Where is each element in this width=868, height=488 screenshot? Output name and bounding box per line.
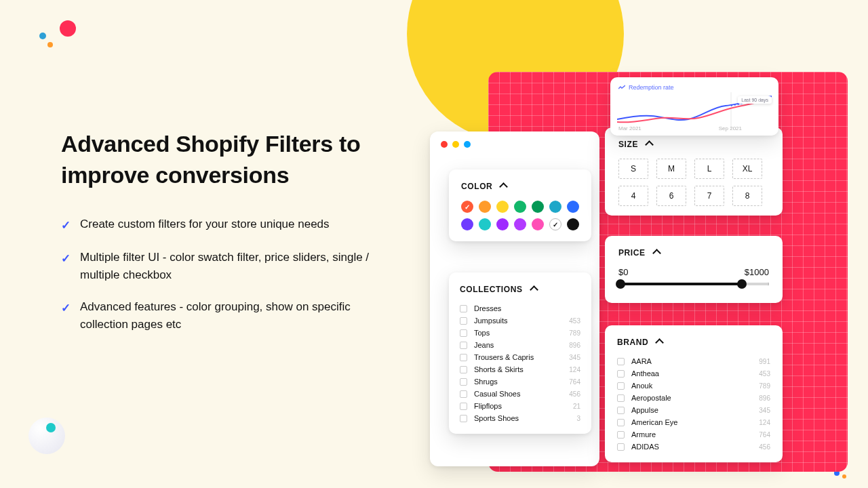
checkbox[interactable] — [617, 419, 625, 426]
slider-handle-min[interactable] — [616, 279, 625, 289]
list-item[interactable]: ADIDAS456 — [617, 441, 770, 453]
list-item[interactable]: Anouk789 — [617, 380, 770, 392]
color-swatch[interactable] — [549, 218, 561, 230]
minimize-icon — [452, 141, 459, 148]
color-swatch[interactable] — [496, 218, 509, 230]
slider-handle-max[interactable] — [737, 279, 747, 289]
checkbox[interactable] — [617, 382, 625, 390]
list-item-label: Dresses — [474, 304, 501, 312]
list-item[interactable]: Sports Shoes3 — [460, 412, 580, 424]
checkbox[interactable] — [617, 443, 625, 451]
list-item-count: 456 — [569, 390, 580, 398]
headline: Advanced Shopify Filters to improve conv… — [61, 129, 387, 191]
checkbox[interactable] — [617, 358, 625, 365]
checkbox[interactable] — [617, 407, 625, 414]
list-item-count: 453 — [569, 317, 580, 325]
checkbox[interactable] — [460, 317, 467, 325]
list-item[interactable]: Shrugs764 — [460, 375, 580, 388]
list-item-label: Casual Shoes — [474, 390, 521, 398]
color-swatch[interactable] — [567, 218, 579, 230]
color-swatch[interactable] — [514, 201, 526, 213]
list-item-label: Shorts & Skirts — [474, 365, 524, 373]
decor-dot — [47, 42, 53, 47]
filter-title-size[interactable]: SIZE — [618, 140, 769, 149]
checkbox[interactable] — [617, 431, 625, 439]
list-item-count: 3 — [576, 415, 580, 422]
list-item[interactable]: Flipflops21 — [460, 400, 580, 412]
list-item-label: Aeropostale — [631, 394, 671, 402]
filter-title-color[interactable]: COLOR — [461, 182, 579, 191]
color-swatch[interactable] — [514, 218, 526, 230]
list-item[interactable]: Dresses — [460, 302, 580, 314]
chart-xlabel-left: Mar 2021 — [618, 125, 642, 131]
list-item[interactable]: Shorts & Skirts124 — [460, 363, 580, 375]
checkbox[interactable] — [460, 329, 467, 337]
list-item-label: Sports Shoes — [474, 414, 519, 422]
checkbox[interactable] — [617, 370, 625, 378]
color-swatch[interactable] — [567, 201, 579, 213]
color-swatch[interactable] — [479, 201, 491, 213]
color-swatch[interactable] — [532, 201, 544, 213]
list-item-count: 789 — [569, 329, 580, 337]
checkbox[interactable] — [460, 390, 467, 398]
filter-title-collections[interactable]: COLLECTIONS — [460, 285, 580, 294]
filter-collections-card: COLLECTIONS DressesJumpsuits453Tops789Je… — [449, 272, 591, 434]
size-option[interactable]: XL — [732, 159, 762, 179]
list-item[interactable]: Armure764 — [617, 428, 770, 441]
color-swatch[interactable] — [549, 201, 561, 213]
size-option[interactable]: M — [656, 159, 686, 179]
price-max: $1000 — [745, 267, 769, 277]
size-option[interactable]: 8 — [732, 186, 762, 206]
color-swatch[interactable] — [461, 201, 473, 213]
list-item[interactable]: Jeans896 — [460, 339, 580, 351]
filter-title-price[interactable]: PRICE — [618, 248, 769, 258]
color-swatch[interactable] — [461, 218, 473, 230]
chart-range-badge: Last 90 days — [738, 96, 772, 104]
list-item[interactable]: Antheaa453 — [617, 367, 770, 380]
color-swatch[interactable] — [496, 201, 509, 213]
list-item-count: 345 — [569, 354, 580, 361]
list-item[interactable]: Aeropostale896 — [617, 392, 770, 404]
decor-dot — [842, 474, 846, 479]
checkbox[interactable] — [460, 415, 467, 422]
list-item-label: American Eye — [631, 418, 677, 426]
checkbox[interactable] — [460, 378, 467, 386]
size-option[interactable]: 7 — [694, 186, 724, 206]
list-item[interactable]: AARA991 — [617, 355, 770, 367]
list-item[interactable]: Tops789 — [460, 327, 580, 339]
marketing-copy: Advanced Shopify Filters to improve conv… — [61, 129, 387, 348]
price-min: $0 — [618, 267, 628, 277]
check-icon: ✓ — [61, 250, 71, 283]
checkbox[interactable] — [460, 342, 467, 349]
size-option[interactable]: S — [618, 159, 648, 179]
filter-size-card: SIZE SMLXL 4678 — [605, 127, 783, 216]
sparkline-icon — [618, 85, 625, 90]
size-option[interactable]: L — [694, 159, 724, 179]
list-item-label: Antheaa — [631, 369, 659, 378]
filter-title-brand[interactable]: BRAND — [617, 338, 770, 347]
size-option[interactable]: 6 — [656, 186, 686, 206]
list-item[interactable]: American Eye124 — [617, 416, 770, 428]
list-item-count: 345 — [759, 407, 770, 414]
list-item[interactable]: Casual Shoes456 — [460, 388, 580, 400]
list-item[interactable]: Appulse345 — [617, 404, 770, 416]
list-item[interactable]: Jumpsuits453 — [460, 314, 580, 327]
color-swatch[interactable] — [479, 218, 491, 230]
maximize-icon — [464, 141, 471, 148]
size-option[interactable]: 4 — [618, 186, 648, 206]
list-item-label: Shrugs — [474, 378, 498, 386]
checkbox[interactable] — [460, 354, 467, 361]
color-swatch[interactable] — [532, 218, 544, 230]
window-traffic-lights — [430, 131, 599, 157]
list-item-count: 124 — [759, 419, 770, 426]
bullet-item: ✓Multiple filter UI - color swatch filte… — [61, 249, 387, 283]
checkbox[interactable] — [460, 305, 467, 312]
checkbox[interactable] — [460, 403, 467, 410]
list-item-count: 21 — [573, 403, 580, 410]
decor-bubble — [28, 418, 65, 454]
price-slider[interactable] — [618, 283, 769, 285]
checkbox[interactable] — [617, 394, 625, 402]
checkbox[interactable] — [460, 366, 467, 373]
list-item[interactable]: Trousers & Capris345 — [460, 351, 580, 363]
list-item-count: 991 — [759, 358, 770, 365]
